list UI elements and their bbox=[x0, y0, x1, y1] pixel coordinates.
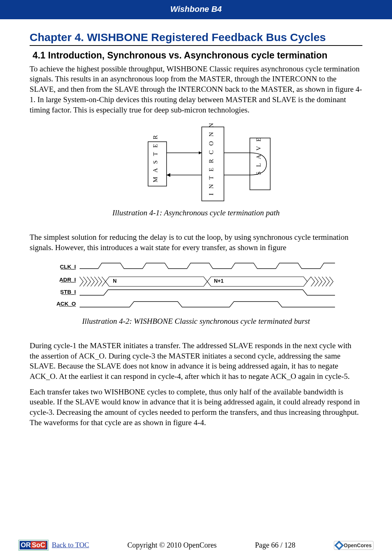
signal-adr-label: ADR_I bbox=[59, 276, 76, 283]
document-header: Wishbone B4 bbox=[0, 0, 392, 19]
svg-marker-4 bbox=[199, 151, 202, 154]
figure-4-1-caption: Illustration 4-1: Asynchronous cycle ter… bbox=[30, 208, 362, 218]
master-label: M A S T E R bbox=[152, 134, 159, 183]
opencores-logo: OpenCores bbox=[334, 541, 373, 550]
footer-copyright: Copyright © 2010 OpenCores bbox=[127, 541, 217, 549]
signal-clk-label: CLK_I bbox=[60, 263, 76, 270]
slave-label: S L A V E bbox=[255, 137, 262, 175]
adr-value-n: N bbox=[113, 278, 117, 284]
paragraph-2: The simplest solution for reducing the d… bbox=[30, 232, 362, 253]
signal-stb-label: STB_I bbox=[60, 289, 76, 295]
diamond-icon bbox=[334, 541, 344, 550]
orsoc-logo: ORSoC bbox=[19, 540, 48, 551]
page-content: Chapter 4. WISHBONE Registered Feedback … bbox=[0, 19, 392, 428]
interconn-label: I N T E R C O N N bbox=[208, 123, 215, 195]
adr-value-n1: N+1 bbox=[214, 278, 224, 284]
figure-4-2-caption: Illustration 4-2: WISHBONE Classic synch… bbox=[30, 317, 362, 326]
figure-4-2: CLK_I ADR_I STB_I ACK_O N bbox=[30, 261, 362, 326]
svg-marker-8 bbox=[167, 173, 170, 177]
page-footer: ORSoC Back to TOC Copyright © 2010 OpenC… bbox=[0, 540, 392, 551]
timing-diagram-svg: CLK_I ADR_I STB_I ACK_O N bbox=[56, 261, 337, 313]
footer-left: ORSoC Back to TOC bbox=[19, 540, 89, 551]
chapter-title: Chapter 4. WISHBONE Registered Feedback … bbox=[30, 30, 362, 46]
paragraph-4: Each transfer takes two WISHBONE cycles … bbox=[30, 387, 362, 428]
signal-ack-label: ACK_O bbox=[56, 300, 76, 307]
footer-page-number: Page 66 / 128 bbox=[255, 541, 295, 549]
paragraph-1: To achieve the highest possible throughp… bbox=[30, 64, 362, 115]
section-title: 4.1 Introduction, Synchronous vs. Asynch… bbox=[30, 50, 362, 61]
paragraph-3: During cycle-1 the MASTER initiates a tr… bbox=[30, 341, 362, 382]
document-title: Wishbone B4 bbox=[170, 4, 222, 14]
block-diagram-svg: M A S T E R I N T E R C O N N S L A V E bbox=[100, 123, 292, 205]
figure-4-1: M A S T E R I N T E R C O N N S L A V E … bbox=[30, 123, 362, 218]
back-to-toc-link[interactable]: Back to TOC bbox=[52, 541, 89, 549]
